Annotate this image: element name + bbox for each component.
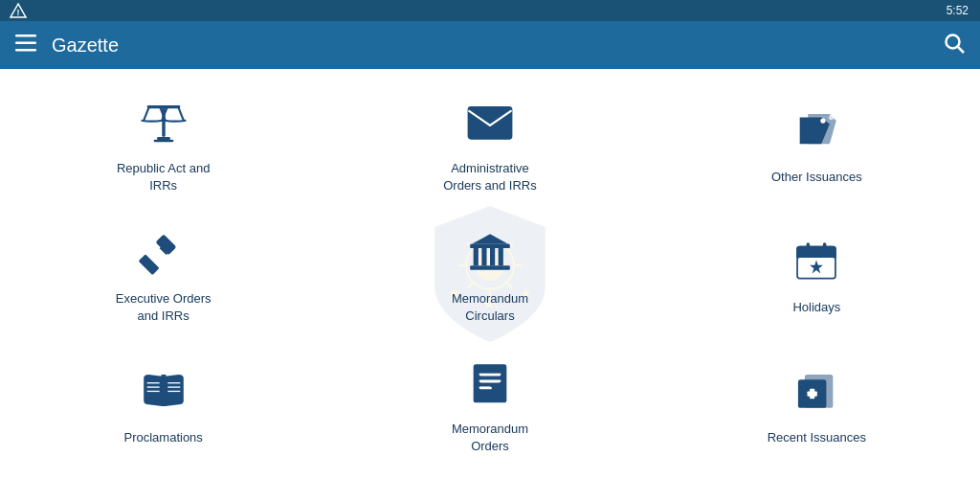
svg-point-29	[821, 118, 826, 123]
svg-rect-44	[823, 242, 826, 251]
administrative-orders-label: AdministrativeOrders and IRRs	[443, 160, 537, 194]
status-bar: ! 5:52	[0, 0, 980, 21]
status-time: 5:52	[947, 4, 969, 17]
menu-button[interactable]	[15, 34, 36, 57]
svg-rect-64	[808, 391, 817, 396]
memorandum-orders-label: MemorandumOrders	[452, 421, 528, 455]
svg-line-24	[178, 108, 183, 121]
grid-item-other-issuances[interactable]: Other Issuances	[654, 79, 980, 209]
header-left: Gazette	[15, 34, 119, 57]
svg-rect-1	[15, 34, 36, 37]
svg-rect-27	[468, 107, 511, 139]
category-grid: Republic Act andIRRs AdministrativeOrder…	[0, 69, 980, 479]
warning-triangle-icon: !	[10, 3, 27, 22]
proclamations-label: Proclamations	[123, 429, 202, 446]
grid-item-memorandum-circulars[interactable]: MemorandumCirculars	[326, 209, 653, 339]
grid-item-recent-issuances[interactable]: Recent Issuances	[654, 339, 980, 469]
grid-item-administrative-orders[interactable]: AdministrativeOrders and IRRs	[326, 79, 653, 209]
grid-item-holidays[interactable]: Holidays	[654, 209, 980, 339]
svg-rect-2	[15, 41, 36, 44]
grid-item-republic-act[interactable]: Republic Act andIRRs	[0, 79, 326, 209]
book-open-icon	[135, 362, 192, 420]
svg-rect-26	[153, 139, 173, 142]
svg-rect-34	[470, 265, 510, 269]
svg-rect-36	[481, 247, 486, 265]
svg-rect-42	[797, 253, 837, 258]
svg-rect-39	[470, 244, 510, 248]
tags-icon	[788, 102, 845, 159]
app-header: Gazette	[0, 21, 980, 69]
envelope-icon	[461, 93, 519, 150]
svg-rect-60	[480, 387, 492, 390]
calendar-star-icon	[788, 232, 845, 289]
grid-item-proclamations[interactable]: Proclamations	[0, 339, 326, 469]
other-issuances-label: Other Issuances	[771, 169, 862, 186]
scales-icon	[135, 93, 192, 150]
main-content: ★ ★ ★	[0, 69, 980, 479]
svg-rect-38	[499, 247, 503, 265]
svg-rect-20	[146, 105, 180, 108]
grid-item-memorandum-orders[interactable]: MemorandumOrders	[326, 339, 653, 469]
building-icon	[461, 223, 519, 281]
stacked-doc-icon	[788, 362, 845, 420]
memorandum-circulars-label: MemorandumCirculars	[452, 290, 528, 325]
svg-rect-32	[139, 254, 160, 275]
svg-line-21	[144, 108, 148, 121]
executive-orders-label: Executive Ordersand IRRs	[116, 290, 212, 325]
svg-rect-37	[490, 247, 495, 265]
republic-act-label: Republic Act andIRRs	[117, 160, 211, 194]
svg-text:!: !	[17, 8, 20, 17]
svg-rect-58	[480, 374, 501, 376]
document-lines-icon	[461, 354, 519, 411]
svg-rect-43	[807, 242, 810, 251]
recent-issuances-label: Recent Issuances	[768, 429, 866, 446]
grid-item-executive-orders[interactable]: Executive Ordersand IRRs	[0, 209, 326, 339]
svg-point-30	[829, 115, 834, 120]
svg-rect-25	[157, 137, 170, 140]
svg-rect-59	[480, 380, 501, 383]
svg-line-5	[958, 47, 964, 53]
svg-rect-35	[474, 247, 479, 265]
svg-rect-47	[161, 375, 166, 406]
svg-rect-3	[15, 49, 36, 52]
svg-point-4	[947, 34, 960, 48]
holidays-label: Holidays	[792, 299, 840, 316]
app-title: Gazette	[52, 34, 119, 57]
svg-rect-54	[474, 364, 507, 402]
gavel-icon	[135, 223, 192, 281]
search-button[interactable]	[944, 33, 965, 58]
